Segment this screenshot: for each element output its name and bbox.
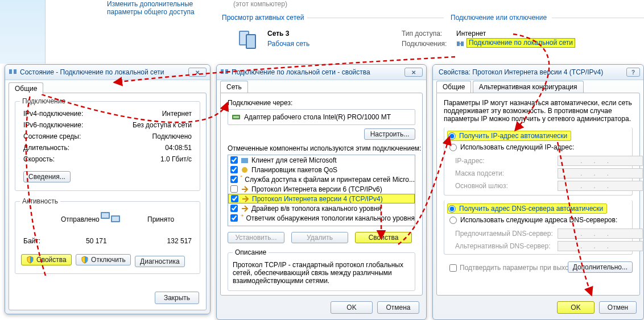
service-icon bbox=[240, 175, 242, 184]
close-button-bottom[interactable]: Закрыть bbox=[155, 292, 199, 304]
component-checkbox[interactable] bbox=[230, 166, 238, 173]
svg-rect-13 bbox=[221, 69, 224, 74]
connection-group: Подключение IPv4-подключение:Интернет IP… bbox=[15, 101, 200, 191]
group-divider bbox=[307, 18, 444, 18]
connections-label: Подключения: bbox=[402, 40, 447, 48]
description-caption: Описание bbox=[233, 248, 269, 256]
list-item-tcpip4: Протокол Интернета версии 4 (TCP/IPv4) bbox=[228, 194, 415, 203]
component-checkbox[interactable] bbox=[230, 185, 238, 193]
tab-alt-config[interactable]: Альтернативная конфигурация bbox=[473, 81, 584, 93]
bytes-label: Байт: bbox=[23, 237, 40, 245]
component-label: Планировщик пакетов QoS bbox=[251, 166, 337, 174]
list-item: Ответчик обнаружения топологии канальног… bbox=[228, 213, 415, 223]
shield-icon bbox=[81, 256, 89, 264]
protocol-icon bbox=[240, 214, 243, 223]
disable-button[interactable]: Отключить bbox=[76, 254, 131, 265]
connect-via-label: Подключение через: bbox=[228, 99, 292, 107]
connection-icon bbox=[9, 68, 18, 77]
cancel-button[interactable]: Отмен bbox=[599, 301, 637, 314]
duration-value: 04:08:51 bbox=[165, 144, 192, 152]
tab-network[interactable]: Сеть bbox=[220, 81, 248, 93]
sent-label: Отправлено bbox=[61, 215, 100, 223]
media-label: Состояние среды: bbox=[23, 132, 81, 140]
subnet-mask-field: ... bbox=[558, 168, 643, 178]
activity-group: Активность Отправлено Принято Байт:50 17… bbox=[15, 201, 200, 274]
tab-general[interactable]: Общие bbox=[436, 81, 471, 93]
confirm-on-exit-checkbox[interactable]: Подтвердить параметры при выходе bbox=[449, 264, 576, 272]
connection-name-link[interactable]: Подключение по локальной сети bbox=[467, 38, 575, 48]
svg-rect-14 bbox=[225, 69, 228, 74]
diagnose-button[interactable]: Диагностика bbox=[135, 256, 185, 267]
component-checkbox[interactable] bbox=[230, 156, 238, 164]
adapter-box: Адаптер рабочего стола Intel(R) PRO/1000… bbox=[228, 109, 415, 125]
duration-label: Длительность: bbox=[23, 144, 69, 152]
svg-point-19 bbox=[241, 175, 242, 177]
ok-button[interactable]: OK bbox=[557, 301, 595, 314]
details-button[interactable]: Сведения... bbox=[23, 171, 71, 182]
nic-icon bbox=[232, 113, 241, 122]
ok-button[interactable]: OK bbox=[331, 301, 373, 314]
ipv6-label: IPv6-подключение: bbox=[23, 121, 83, 129]
connection-icon bbox=[220, 68, 229, 77]
svg-rect-8 bbox=[14, 69, 16, 74]
gateway-field: ... bbox=[558, 181, 643, 191]
tab-general[interactable]: Общие bbox=[9, 82, 43, 94]
network-type-link[interactable]: Рабочая сеть bbox=[267, 40, 309, 48]
description-text: Протокол TCP/IP - стандартный протокол г… bbox=[233, 261, 410, 285]
list-item: Планировщик пакетов QoS bbox=[228, 165, 415, 174]
svg-rect-16 bbox=[233, 116, 239, 118]
properties-button-label: Свойства bbox=[36, 256, 67, 264]
protocol-icon bbox=[240, 204, 249, 213]
speed-label: Скорость: bbox=[23, 155, 55, 163]
advanced-button[interactable]: Дополнительно... bbox=[568, 261, 633, 273]
service-icon bbox=[240, 165, 249, 174]
network-icon bbox=[234, 27, 259, 52]
connection-props-window: Подключение по локальной сети - свойства… bbox=[216, 64, 427, 320]
client-icon bbox=[240, 156, 249, 165]
component-checkbox[interactable] bbox=[230, 214, 238, 222]
component-label: Протокол Интернета версии 4 (TCP/IPv4) bbox=[252, 195, 383, 203]
activity-group-caption: Активность bbox=[20, 197, 60, 205]
ip-address-label: IP-адрес: bbox=[455, 157, 558, 165]
svg-rect-10 bbox=[102, 213, 109, 218]
configure-button[interactable]: Настроить... bbox=[364, 128, 415, 140]
tcpip-props-title: Свойства: Протокол Интернета версии 4 (T… bbox=[439, 68, 603, 76]
ipv4-value: Интернет bbox=[162, 110, 192, 118]
disable-button-label: Отключить bbox=[91, 256, 126, 264]
components-list[interactable]: Клиент для сетей Microsoft Планировщик п… bbox=[228, 155, 415, 226]
connection-name-hl[interactable]: Подключение по локальной сети bbox=[467, 38, 575, 48]
activity-icon bbox=[100, 210, 122, 227]
cancel-button[interactable]: Отмена bbox=[377, 301, 419, 314]
connection-props-title: Подключение по локальной сети - свойства bbox=[232, 68, 370, 76]
component-properties-button[interactable]: Свойства bbox=[355, 232, 412, 243]
component-checkbox[interactable] bbox=[230, 205, 238, 212]
close-button[interactable]: ✕ bbox=[188, 68, 207, 77]
remove-button[interactable]: Удалить bbox=[291, 232, 348, 243]
adapter-name: Адаптер рабочего стола Intel(R) PRO/1000… bbox=[244, 113, 391, 121]
list-item: Клиент для сетей Microsoft bbox=[228, 155, 415, 165]
component-checkbox[interactable] bbox=[230, 176, 238, 183]
svg-rect-3 bbox=[247, 35, 255, 48]
access-type-label: Тип доступа: bbox=[402, 30, 442, 38]
connect-disconnect-link[interactable]: Подключение или отключение bbox=[451, 14, 547, 22]
components-label: Отмеченные компоненты используются этим … bbox=[228, 144, 421, 152]
shield-icon bbox=[26, 256, 34, 264]
install-button[interactable]: Установить... bbox=[228, 232, 284, 243]
connection-group-caption: Подключение bbox=[20, 97, 68, 105]
close-button[interactable]: ✕ bbox=[404, 68, 423, 77]
advanced-sharing-link[interactable]: Изменить дополнительные параметры общего… bbox=[107, 0, 209, 16]
checkbox-input[interactable] bbox=[449, 264, 457, 272]
component-label: Протокол Интернета версии 6 (TCP/IPv6) bbox=[251, 185, 382, 193]
list-item: Протокол Интернета версии 6 (TCP/IPv6) bbox=[228, 184, 415, 194]
list-item: Драйвер в/в тополога канального уровня bbox=[228, 203, 415, 213]
gateway-label: Основной шлюз: bbox=[455, 182, 558, 190]
group-divider-right bbox=[552, 18, 644, 18]
help-button[interactable]: ? bbox=[626, 68, 640, 77]
this-computer-label: (этот компьютер) bbox=[233, 0, 287, 8]
active-networks-group-title: Просмотр активных сетей bbox=[222, 14, 304, 22]
properties-button[interactable]: Свойства bbox=[21, 254, 72, 265]
bytes-recv: 132 517 bbox=[167, 237, 192, 245]
speed-value: 1.0 Гбит/с bbox=[160, 155, 192, 163]
component-checkbox[interactable] bbox=[231, 195, 238, 202]
svg-rect-17 bbox=[241, 158, 248, 163]
